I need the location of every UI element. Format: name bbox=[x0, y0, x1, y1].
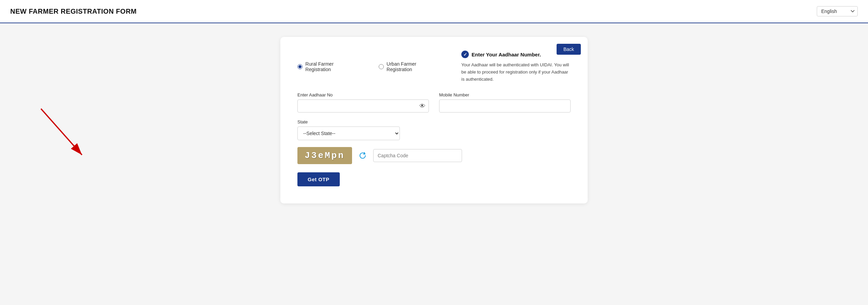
urban-radio[interactable] bbox=[379, 64, 384, 69]
check-icon: ✓ bbox=[461, 51, 469, 58]
mobile-input[interactable] bbox=[439, 100, 571, 112]
back-button[interactable]: Back bbox=[557, 44, 581, 55]
main-content: Back Rural Farmer Registration Urban Far… bbox=[0, 23, 868, 217]
refresh-icon[interactable] bbox=[358, 151, 367, 160]
registration-type-row: Rural Farmer Registration Urban Farmer R… bbox=[297, 51, 571, 83]
state-label: State bbox=[297, 119, 571, 124]
rural-radio[interactable] bbox=[297, 64, 303, 69]
captcha-input[interactable] bbox=[373, 149, 462, 162]
rural-registration-option[interactable]: Rural Farmer Registration bbox=[297, 61, 358, 72]
state-group: State --Select State-- bbox=[297, 119, 571, 140]
aadhaar-label: Enter Aadhaar No bbox=[297, 92, 429, 97]
language-selector[interactable]: English Hindi Punjabi Tamil Telugu bbox=[817, 6, 858, 16]
arrow-annotation bbox=[31, 102, 99, 165]
state-select[interactable]: --Select State-- bbox=[297, 127, 400, 140]
aadhaar-input[interactable] bbox=[297, 100, 429, 112]
info-section: ✓ Enter Your Aadhaar Number. Your Aadhaa… bbox=[461, 51, 571, 83]
mobile-input-wrapper bbox=[439, 100, 571, 112]
aadhaar-mobile-row: Enter Aadhaar No 👁 Mobile Number bbox=[297, 92, 571, 112]
captcha-row: J3eMpn bbox=[297, 147, 571, 164]
urban-registration-option[interactable]: Urban Farmer Registration bbox=[379, 61, 441, 72]
mobile-label: Mobile Number bbox=[439, 92, 571, 97]
info-title: ✓ Enter Your Aadhaar Number. bbox=[461, 51, 571, 58]
captcha-image: J3eMpn bbox=[297, 147, 352, 164]
svg-line-1 bbox=[41, 109, 82, 155]
aadhaar-group: Enter Aadhaar No 👁 bbox=[297, 92, 429, 112]
get-otp-button[interactable]: Get OTP bbox=[297, 172, 340, 186]
aadhaar-input-wrapper: 👁 bbox=[297, 100, 429, 112]
page-header: NEW FARMER REGISTRATION FORM English Hin… bbox=[0, 0, 868, 23]
info-description: Your Aadhaar will be authenticated with … bbox=[461, 62, 571, 83]
form-card: Back Rural Farmer Registration Urban Far… bbox=[280, 37, 588, 203]
eye-icon[interactable]: 👁 bbox=[419, 103, 425, 110]
page-title: NEW FARMER REGISTRATION FORM bbox=[10, 8, 137, 15]
mobile-group: Mobile Number bbox=[439, 92, 571, 112]
